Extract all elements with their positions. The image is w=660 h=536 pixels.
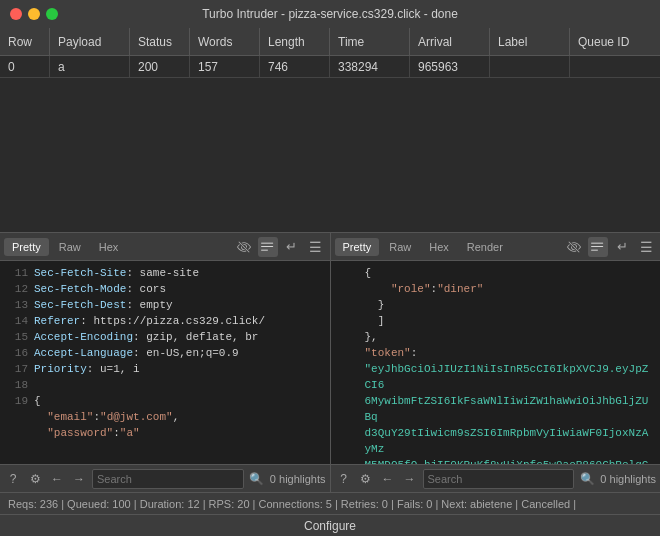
request-panel-tabs: Pretty Raw Hex ↵ ☰ [0, 233, 330, 261]
back-icon-right[interactable]: ← [379, 470, 397, 488]
resp-line-2: "role":"diner" [337, 281, 655, 297]
window-controls [10, 8, 58, 20]
table-row[interactable]: 0 a 200 157 746 338294 965963 [0, 56, 660, 78]
highlights-label-left: 0 highlights [270, 473, 326, 485]
response-content: { "role":"diner" } ] }, "token": [331, 261, 661, 464]
search-icon-right[interactable]: 🔍 [578, 470, 596, 488]
wrap-icon[interactable] [258, 237, 278, 257]
resp-line-1: { [337, 265, 655, 281]
panel-tab-icons-right: ↵ ☰ [564, 237, 656, 257]
tab-pretty-response[interactable]: Pretty [335, 238, 380, 256]
response-panel: Pretty Raw Hex Render [331, 233, 661, 492]
cell-words: 157 [190, 56, 260, 77]
line-16: 16 Accept-Language: en-US,en;q=0.9 [6, 345, 324, 361]
line-13: 13 Sec-Fetch-Dest: empty [6, 297, 324, 313]
help-icon-right[interactable]: ? [335, 470, 353, 488]
search-input-right[interactable] [423, 469, 575, 489]
line-17: 17 Priority: u=1, i [6, 361, 324, 377]
tab-render-response[interactable]: Render [459, 238, 511, 256]
resp-line-5: }, [337, 329, 655, 345]
cell-length: 746 [260, 56, 330, 77]
tab-hex-request[interactable]: Hex [91, 238, 127, 256]
cell-status: 200 [130, 56, 190, 77]
request-panel: Pretty Raw Hex ↵ ☰ [0, 233, 331, 492]
col-header-row[interactable]: Row [0, 28, 50, 55]
help-icon-left[interactable]: ? [4, 470, 22, 488]
settings-icon-right[interactable]: ⚙ [357, 470, 375, 488]
tab-hex-response[interactable]: Hex [421, 238, 457, 256]
response-panel-footer: ? ⚙ ← → 🔍 0 highlights [331, 464, 661, 492]
eye-slash-icon[interactable] [234, 237, 254, 257]
newline-icon[interactable]: ↵ [282, 237, 302, 257]
col-header-payload[interactable]: Payload [50, 28, 130, 55]
menu-icon-left[interactable]: ☰ [306, 237, 326, 257]
col-header-time[interactable]: Time [330, 28, 410, 55]
col-header-status[interactable]: Status [130, 28, 190, 55]
back-icon-left[interactable]: ← [48, 470, 66, 488]
line-14: 14 Referer: https://pizza.cs329.click/ [6, 313, 324, 329]
search-icon-left[interactable]: 🔍 [248, 470, 266, 488]
col-header-label[interactable]: Label [490, 28, 570, 55]
tab-raw-response[interactable]: Raw [381, 238, 419, 256]
cell-label [490, 56, 570, 77]
resp-line-3: } [337, 297, 655, 313]
status-bar: Reqs: 236 | Queued: 100 | Duration: 12 |… [0, 492, 660, 514]
configure-label: Configure [304, 519, 356, 533]
table-header: Row Payload Status Words Length Time Arr… [0, 28, 660, 56]
highlights-label-right: 0 highlights [600, 473, 656, 485]
newline-icon-right[interactable]: ↵ [612, 237, 632, 257]
request-content: 11 Sec-Fetch-Site: same-site 12 Sec-Fetc… [0, 261, 330, 464]
window-title: Turbo Intruder - pizza-service.cs329.cli… [202, 7, 458, 21]
empty-area [0, 78, 660, 232]
settings-icon-left[interactable]: ⚙ [26, 470, 44, 488]
bottom-panels: Pretty Raw Hex ↵ ☰ [0, 232, 660, 492]
resp-line-7: "eyJhbGciOiJIUzI1NiIsInR5cCI6IkpXVCJ9.ey… [337, 361, 655, 464]
wrap-icon-right[interactable] [588, 237, 608, 257]
close-button[interactable] [10, 8, 22, 20]
response-panel-tabs: Pretty Raw Hex Render [331, 233, 661, 261]
cell-time: 338294 [330, 56, 410, 77]
cell-queueid [570, 56, 660, 77]
col-header-length[interactable]: Length [260, 28, 330, 55]
configure-bar[interactable]: Configure [0, 514, 660, 536]
forward-icon-left[interactable]: → [70, 470, 88, 488]
forward-icon-right[interactable]: → [401, 470, 419, 488]
line-18: 18 [6, 377, 324, 393]
menu-icon-right[interactable]: ☰ [636, 237, 656, 257]
line-15: 15 Accept-Encoding: gzip, deflate, br [6, 329, 324, 345]
status-text: Reqs: 236 | Queued: 100 | Duration: 12 |… [8, 498, 576, 510]
col-header-arrival[interactable]: Arrival [410, 28, 490, 55]
col-header-queueid[interactable]: Queue ID [570, 28, 660, 55]
line-11: 11 Sec-Fetch-Site: same-site [6, 265, 324, 281]
cell-arrival: 965963 [410, 56, 490, 77]
line-19: 19 { [6, 393, 324, 409]
resp-line-6: "token": [337, 345, 655, 361]
cell-payload: a [50, 56, 130, 77]
line-20: "email":"d@jwt.com", [6, 409, 324, 425]
request-panel-footer: ? ⚙ ← → 🔍 0 highlights [0, 464, 330, 492]
col-header-words[interactable]: Words [190, 28, 260, 55]
search-input-left[interactable] [92, 469, 244, 489]
panel-tab-icons-left: ↵ ☰ [234, 237, 326, 257]
line-12: 12 Sec-Fetch-Mode: cors [6, 281, 324, 297]
table-body: 0 a 200 157 746 338294 965963 [0, 56, 660, 78]
minimize-button[interactable] [28, 8, 40, 20]
maximize-button[interactable] [46, 8, 58, 20]
resp-line-4: ] [337, 313, 655, 329]
titlebar: Turbo Intruder - pizza-service.cs329.cli… [0, 0, 660, 28]
line-21: "password":"a" [6, 425, 324, 441]
eye-slash-icon-right[interactable] [564, 237, 584, 257]
tab-pretty-request[interactable]: Pretty [4, 238, 49, 256]
cell-row: 0 [0, 56, 50, 77]
tab-raw-request[interactable]: Raw [51, 238, 89, 256]
